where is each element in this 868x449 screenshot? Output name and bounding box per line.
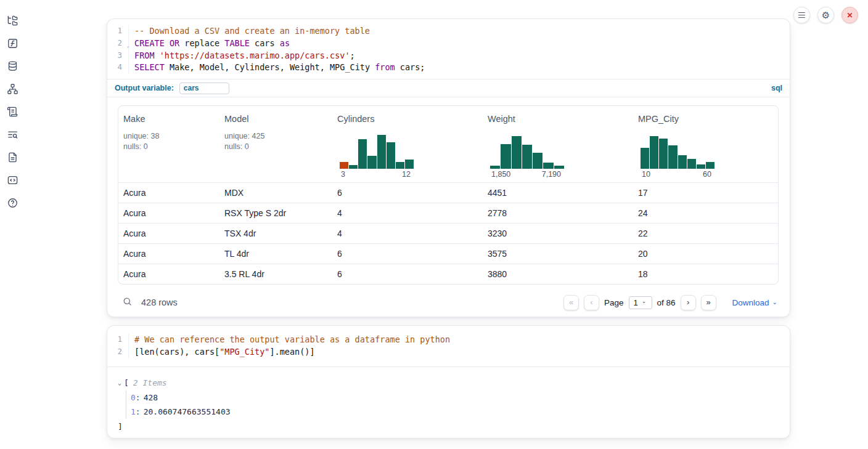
sidebar-button-document[interactable] [7,151,19,163]
histogram-bar [377,135,386,169]
sidebar-button-text-search[interactable] [7,128,19,140]
sidebar-button-file-tree[interactable] [7,14,19,26]
code-text: CREATE OR replace TABLE cars as [128,38,290,50]
line-number: 2⌄ [107,38,128,50]
pagination: « ‹ Page 1 ⌄ of 86 › » Download ⌄ [563,295,777,310]
sql-cell: 1-- Download a CSV and create an in-memo… [107,18,790,317]
histogram-bar [396,162,404,169]
histogram-bar [706,162,714,169]
settings-button[interactable]: ⚙ [817,7,834,23]
text-search-icon [7,129,18,140]
code-line: 1-- Download a CSV and create an in-memo… [107,25,790,38]
histogram-max-label: 7,190 [542,170,561,179]
sql-code-editor[interactable]: 1-- Download a CSV and create an in-memo… [107,19,790,79]
python-code-editor[interactable]: 1# We can reference the output variable … [107,326,790,367]
column-header-model: Modelunique: 425nulls: 0 [219,106,332,182]
sidebar-button-function-square[interactable] [7,37,19,49]
previous-page-button[interactable]: ‹ [584,295,599,310]
page-label: Page [604,298,624,307]
page-select[interactable]: 1 ⌄ [629,296,652,309]
column-histogram: 312 [340,135,414,179]
column-header-weight: Weight1,8507,190 [483,106,633,182]
data-table: Makeunique: 38nulls: 0Modelunique: 425nu… [118,105,779,285]
table-cell: 4 [332,208,483,218]
next-page-button[interactable]: › [681,295,696,310]
code-text: FROM 'https://datasets.marimo.app/cars.c… [128,50,355,62]
histogram-bar [659,139,668,169]
table-footer: 428 rows « ‹ Page 1 ⌄ of 86 › » Download… [119,292,777,313]
histogram-bar [543,163,553,169]
histogram-bar [387,142,395,169]
tree-entry: 1:20.060747663551403 [131,405,779,419]
code-line: 4SELECT Make, Model, Cylinders, Weight, … [107,62,790,74]
topbar-controls: ⚙ ✕ [793,7,858,23]
sidebar-button-code-square[interactable] [7,174,19,186]
histogram-bar [358,139,367,169]
table-row[interactable]: AcuraTSX 4dr4323022 [118,223,778,243]
column-name[interactable]: Make [123,114,215,124]
python-cell: 1# We can reference the output variable … [107,325,790,439]
table-cell: 24 [633,208,778,218]
gear-icon: ⚙ [822,10,830,20]
shutdown-button[interactable]: ✕ [841,7,858,23]
row-count: 428 rows [141,297,178,307]
table-cell: 4 [332,229,483,238]
output-variable-input[interactable] [179,83,229,94]
code-text: # We can reference the output variable a… [128,334,450,346]
histogram-min-label: 3 [341,170,345,179]
tree-root-row: ⌄ [ 2 Items [118,376,779,389]
sidebar-button-help-circle[interactable] [7,196,19,209]
tree-entry: 0:428 [131,390,779,405]
column-histogram: 1,8507,190 [490,135,564,179]
table-cell: 3.5 RL 4dr [219,269,332,279]
table-cell: Acura [118,188,219,198]
table-cell: 2778 [483,208,633,218]
table-row[interactable]: AcuraRSX Type S 2dr4277824 [118,203,778,223]
collapse-chevron-icon[interactable]: ⌄ [118,379,121,386]
search-button[interactable] [121,296,133,309]
function-square-icon [7,38,18,49]
sidebar-button-network[interactable] [7,83,19,95]
line-number: 2 [107,346,128,358]
first-page-button[interactable]: « [563,295,579,310]
network-icon [7,83,18,95]
histogram-bar [340,162,348,169]
code-line: 3FROM 'https://datasets.marimo.app/cars.… [107,50,790,62]
histogram-bar [490,166,500,169]
table-cell: 6 [332,188,483,198]
table-row[interactable]: AcuraMDX6445117 [118,182,778,203]
column-name[interactable]: Model [224,114,327,124]
histogram-max-label: 60 [703,170,711,179]
python-output-tree: ⌄ [ 2 Items 0:4281:20.060747663551403 ] [107,367,790,433]
menu-button[interactable] [793,7,810,23]
table-cell: Acura [118,229,219,238]
sidebar-button-database[interactable] [7,60,19,72]
table-row[interactable]: Acura3.5 RL 4dr6388018 [118,264,778,284]
histogram-bar [533,153,542,169]
column-name[interactable]: MPG_City [638,114,773,124]
histogram-bar [697,164,705,169]
language-badge: sql [771,84,782,92]
chevron-down-icon: ⌄ [772,299,777,305]
code-text: -- Download a CSV and create an in-memor… [128,25,370,38]
table-body: AcuraMDX6445117AcuraRSX Type S 2dr427782… [118,182,778,284]
histogram-bar [349,165,358,169]
table-cell: 3880 [483,269,633,279]
download-button[interactable]: Download ⌄ [732,298,777,307]
table-cell: TSX 4dr [219,229,332,238]
histogram-bar [522,145,532,169]
page-total-label: of 86 [657,298,676,307]
code-square-icon [7,174,18,186]
column-name[interactable]: Weight [488,114,628,124]
sidebar-button-scroll[interactable] [7,105,19,118]
table-cell: 6 [332,269,483,279]
line-number: 1 [107,25,128,38]
table-cell: 17 [633,188,778,198]
search-icon [122,296,133,307]
last-page-button[interactable]: » [701,295,716,310]
download-label: Download [732,298,769,307]
chevron-down-icon: ⌄ [642,299,647,304]
code-text: [len(cars), cars["MPG_City"].mean()] [128,346,315,358]
table-row[interactable]: AcuraTL 4dr6357520 [118,243,778,264]
column-name[interactable]: Cylinders [337,114,478,124]
